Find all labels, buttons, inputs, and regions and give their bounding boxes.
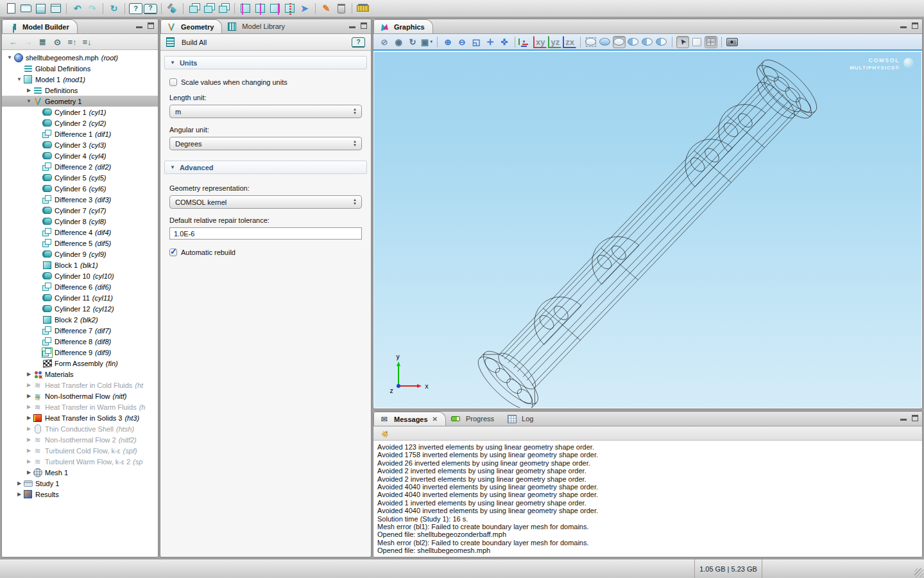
tree-item-cylinder-8[interactable]: Cylinder 8(cyl8): [2, 216, 158, 227]
move-down-button[interactable]: ≡↓: [80, 35, 94, 49]
tree-item-turbulent-warm-flow-k-ε-2[interactable]: ▶Turbulent Warm Flow, k-ε 2(sp: [2, 456, 158, 467]
work-plane-left-button[interactable]: [239, 2, 252, 15]
documentation-button[interactable]: ?: [144, 4, 157, 13]
work-plane-vertices-button[interactable]: [283, 2, 296, 15]
expand-arrow[interactable]: ▶: [15, 491, 23, 497]
zoom-box-button[interactable]: ◱: [470, 36, 483, 48]
go-to-xy-view-button[interactable]: xy: [533, 36, 547, 48]
tree-item-form-assembly[interactable]: Form Assembly(fin): [2, 358, 158, 369]
tree-item-materials[interactable]: ▶Materials: [2, 369, 158, 380]
minimize-button[interactable]: [136, 22, 142, 28]
zoom-extents-button[interactable]: ✛: [484, 36, 497, 48]
tree-item-results[interactable]: ▶Results: [2, 489, 158, 500]
tree-item-cylinder-10[interactable]: Cylinder 10(cyl10): [2, 270, 158, 281]
advanced-section-header[interactable]: ▼ Advanced: [164, 161, 367, 174]
select-highlight-button[interactable]: [585, 36, 597, 48]
tree-item-cylinder-3[interactable]: Cylinder 3(cyl3): [2, 139, 158, 150]
forward-button[interactable]: →: [21, 35, 35, 49]
delete-button[interactable]: [334, 2, 348, 15]
tree-item-cylinder-1[interactable]: Cylinder 1(cyl1): [2, 107, 158, 118]
view-visibility-button[interactable]: ▣▾: [420, 36, 433, 48]
maximize-button[interactable]: [148, 22, 154, 29]
tree-item-non-isothermal-flow-2[interactable]: ▶Non-Isothermal Flow 2(nitf2): [2, 434, 158, 445]
material-appearance-button[interactable]: ▾: [166, 2, 179, 15]
minimize-button[interactable]: [900, 415, 907, 421]
tab-progress[interactable]: Progress: [446, 412, 502, 426]
hidden-objects-toggle-button[interactable]: [655, 36, 668, 48]
tab-model-builder[interactable]: Model Builder: [2, 19, 78, 33]
build-all-button[interactable]: Build All: [182, 39, 207, 46]
tree-item-difference-1[interactable]: Difference 1(dif1): [2, 128, 158, 139]
tree-item-heat-transfer-in-solids-3[interactable]: ▶Heat Transfer in Solids 3(ht3): [2, 412, 158, 423]
tab-log[interactable]: Log: [502, 412, 541, 426]
automatic-rebuild-checkbox[interactable]: [169, 249, 177, 256]
tree-item-difference-3[interactable]: Difference 3(dif3): [2, 194, 158, 205]
duplicate-window-2-button[interactable]: [202, 2, 216, 15]
update-solution-button[interactable]: ↻: [107, 2, 121, 15]
tree-item-shelltubegeomesh-mph[interactable]: ▼shelltubegeomesh.mph(root): [2, 52, 158, 63]
undo-button[interactable]: ↶: [71, 2, 84, 15]
tree-item-model-1[interactable]: ▼Model 1(mod1): [2, 74, 158, 85]
back-button[interactable]: ←: [6, 35, 20, 49]
minimize-button[interactable]: [900, 22, 907, 28]
geometry-representation-select[interactable]: COMSOL kernel ▲▼: [169, 195, 362, 209]
print-button[interactable]: [49, 2, 62, 15]
tree-item-difference-6[interactable]: Difference 6(dif6): [2, 281, 158, 292]
expand-arrow[interactable]: ▶: [25, 371, 33, 377]
tab-messages[interactable]: Messages ✕: [373, 412, 446, 426]
open-file-button[interactable]: [19, 2, 33, 15]
expand-arrow[interactable]: ▶: [15, 480, 23, 486]
tree-item-cylinder-11[interactable]: Cylinder 11(cyl11): [2, 292, 158, 303]
tree-item-non-isothermal-flow[interactable]: ▶Non-Isothermal Flow(nitf): [2, 390, 158, 401]
clear-messages-button[interactable]: [379, 426, 393, 440]
tree-item-turbulent-cold-flow-k-ε[interactable]: ▶Turbulent Cold Flow, k-ε(spf): [2, 445, 158, 456]
go-to-yz-view-button[interactable]: yz: [548, 36, 561, 48]
tree-item-cylinder-2[interactable]: Cylinder 2(cyl2): [2, 118, 158, 128]
tree-item-difference-7[interactable]: Difference 7(dif7): [2, 325, 158, 336]
tree-item-cylinder-5[interactable]: Cylinder 5(cyl5): [2, 172, 158, 183]
repair-tolerance-input[interactable]: 1.0E-6: [169, 227, 362, 240]
tab-geometry[interactable]: Geometry: [160, 19, 222, 33]
go-to-zx-view-button[interactable]: zx: [563, 36, 576, 48]
expand-arrow[interactable]: ▶: [25, 382, 33, 388]
help-button[interactable]: ?: [129, 3, 142, 14]
minimize-button[interactable]: [349, 22, 355, 28]
duplicate-window-3-button[interactable]: [217, 2, 230, 15]
settings-help-button[interactable]: ?: [352, 37, 365, 47]
zoom-to-selection-button[interactable]: ✜: [498, 36, 511, 48]
tree-item-heat-transfer-in-cold-fluids[interactable]: ▶Heat Transfer in Cold Fluids(ht: [2, 380, 158, 390]
tab-graphics[interactable]: Graphics: [373, 19, 433, 33]
tree-item-definitions[interactable]: ▶Definitions: [2, 85, 158, 96]
tree-item-cylinder-7[interactable]: Cylinder 7(cyl7): [2, 205, 158, 216]
expand-arrow[interactable]: ▶: [25, 448, 33, 453]
tab-model-library[interactable]: Model Library: [222, 19, 293, 33]
selection-color-toggle-button[interactable]: [641, 36, 654, 48]
reset-hiding-button[interactable]: ↻: [406, 36, 419, 48]
tree-item-cylinder-9[interactable]: Cylinder 9(cyl9): [2, 249, 158, 259]
units-section-header[interactable]: ▼ Units: [164, 56, 367, 69]
expand-arrow[interactable]: ▶: [25, 87, 33, 93]
expand-arrow[interactable]: ▼: [15, 76, 23, 82]
show-objects-button[interactable]: ◉: [392, 36, 405, 48]
maximize-button[interactable]: [361, 22, 367, 29]
snapshot-button[interactable]: [726, 36, 739, 48]
draw-edit-button[interactable]: ✎: [320, 2, 333, 15]
expand-arrow[interactable]: ▼: [6, 55, 13, 60]
expand-arrow[interactable]: ▶: [25, 437, 33, 442]
tree-item-study-1[interactable]: ▶Study 1: [2, 478, 158, 489]
tree-item-thin-conductive-shell[interactable]: ▶Thin Conductive Shell(htsh): [2, 423, 158, 434]
expand-arrow[interactable]: ▶: [25, 393, 33, 399]
surface-rendering-button[interactable]: [690, 36, 703, 48]
new-file-button[interactable]: [4, 2, 18, 15]
zoom-in-button[interactable]: ⊕: [441, 36, 454, 48]
material-color-toggle-button[interactable]: [627, 36, 640, 48]
tree-item-difference-2[interactable]: Difference 2(dif2): [2, 161, 158, 172]
tree-item-cylinder-4[interactable]: Cylinder 4(cyl4): [2, 150, 158, 161]
tree-item-difference-4[interactable]: Difference 4(dif4): [2, 227, 158, 238]
save-button[interactable]: [34, 2, 47, 15]
collapse-all-button[interactable]: ≣: [36, 35, 49, 49]
work-plane-center-button[interactable]: [253, 2, 267, 15]
scene-light-button[interactable]: [613, 36, 626, 48]
tree-item-mesh-1[interactable]: ▶Mesh 1: [2, 467, 158, 478]
transparency-button[interactable]: [599, 36, 612, 48]
